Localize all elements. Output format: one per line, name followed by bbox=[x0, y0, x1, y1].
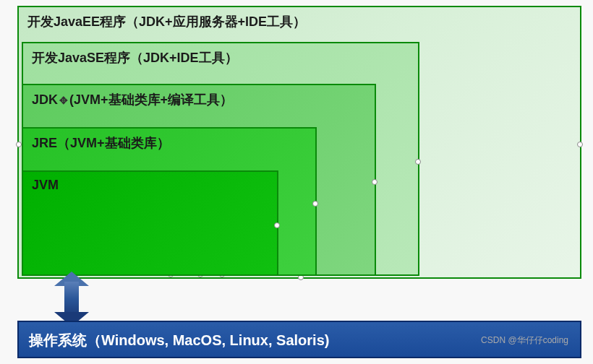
resize-handle bbox=[577, 142, 583, 147]
label-javaee: 开发JavaEE程序（JDK+应用服务器+IDE工具） bbox=[19, 7, 315, 36]
label-os: 操作系统（Windows, MacOS, Linux, Saloris) bbox=[29, 332, 329, 348]
label-jre: JRE（JVM+基础类库） bbox=[23, 129, 179, 157]
resize-handle bbox=[312, 201, 318, 207]
resize-handle bbox=[274, 222, 280, 228]
label-jdk: JDK✥(JVM+基础类库+编译工具） bbox=[23, 85, 242, 114]
label-javase: 开发JavaSE程序（JDK+IDE工具） bbox=[23, 43, 247, 72]
bidirectional-arrow-icon bbox=[54, 272, 89, 326]
arrow-shaft bbox=[64, 282, 79, 316]
cursor-move-icon: ✥ bbox=[59, 95, 68, 106]
resize-handle bbox=[16, 142, 22, 147]
java-architecture-diagram: 开发JavaEE程序（JDK+应用服务器+IDE工具） 开发JavaSE程序（J… bbox=[14, 6, 579, 358]
watermark-text: CSDN @华仔仔coding bbox=[481, 334, 568, 347]
resize-handle bbox=[415, 159, 421, 165]
jdk-text-post: (JVM+基础类库+编译工具） bbox=[69, 92, 233, 107]
label-jvm: JVM bbox=[23, 172, 67, 199]
resize-handle bbox=[372, 179, 377, 185]
layer-jvm: JVM bbox=[22, 170, 278, 276]
jdk-text-pre: JDK bbox=[32, 92, 58, 107]
